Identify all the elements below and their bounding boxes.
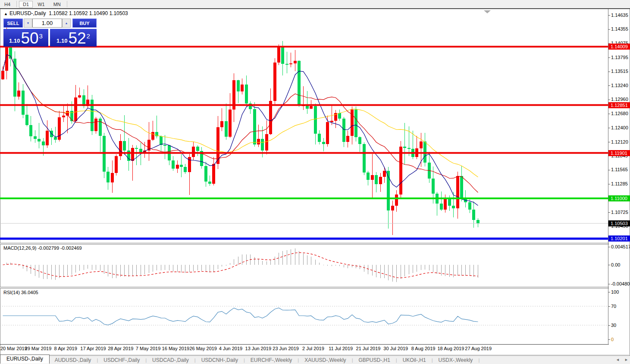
price-axis-badge: 1.12851 <box>608 102 630 108</box>
tab-scroll-right-icon[interactable]: ► <box>624 358 628 362</box>
symbol-marker-icon: ▲ <box>4 12 8 16</box>
date-axis-label: 7 May 2019 <box>136 346 160 351</box>
sell-price-big: 50 <box>21 31 38 45</box>
chart-title: EURUSD-,Daily <box>9 10 46 16</box>
buy-price-pipette: 2 <box>87 29 90 44</box>
symbol-tab-gbpusd[interactable]: GBPUSD-,H1 <box>353 356 395 364</box>
price-axis-label: 1.13240 <box>611 83 628 88</box>
sell-quote-button[interactable]: 1.10 50 3 <box>3 29 48 47</box>
chart-header: ▲EURUSD-,Daily 1.10582 1.10592 1.10490 1… <box>4 10 128 16</box>
rsi-axis-label: 100 <box>611 289 619 295</box>
date-axis-label: 29 Mar 2019 <box>25 346 52 351</box>
date-axis-label: 17 Apr 2019 <box>80 346 106 351</box>
price-axis-label: 1.12400 <box>611 125 628 130</box>
price-axis-label: 1.12960 <box>611 97 628 102</box>
symbol-tab-usdchf[interactable]: USDCHF-,Daily <box>98 356 145 364</box>
symbol-tab-eurusd[interactable]: EURUSD-,Daily <box>0 355 50 364</box>
price-axis-label: 1.10725 <box>611 210 628 215</box>
sell-button[interactable]: SELL <box>3 19 23 28</box>
date-axis-label: 11 Jul 2019 <box>329 346 353 351</box>
price-axis-label: 1.11565 <box>611 167 628 172</box>
chart-canvas[interactable] <box>0 0 630 364</box>
tab-separator: | <box>478 358 480 363</box>
date-axis-label: 13 Jun 2019 <box>245 346 272 351</box>
volume-input[interactable]: 1.00 <box>32 19 62 28</box>
price-axis-label: 1.14355 <box>611 26 628 31</box>
price-axis-badge: 1.10201 <box>608 235 630 242</box>
symbol-tab-usdx[interactable]: USDX-,Weekly <box>433 356 478 364</box>
sell-price-prefix: 1.10 <box>9 37 20 45</box>
date-axis-label: 8 Aug 2019 <box>411 346 436 351</box>
rsi-indicator-label: RSI(14) 36.0405 <box>3 290 38 295</box>
trading-terminal: H4D1W1MN ▲EURUSD-,Daily 1.10582 1.10592 … <box>0 0 630 364</box>
date-axis-label: 4 Jun 2019 <box>219 346 242 351</box>
symbol-tab-bar: EURUSD-,DailyAUDUSD-,Daily|USDCHF-,Daily… <box>0 355 630 364</box>
price-axis-badge: 1.10503 <box>608 220 630 226</box>
buy-price-prefix: 1.10 <box>56 37 67 45</box>
date-axis-label: 27 Aug 2019 <box>465 346 492 351</box>
chart-ohlc-values: 1.10582 1.10592 1.10490 1.10503 <box>49 10 128 16</box>
price-axis-label: 1.12680 <box>611 111 628 116</box>
symbol-tab-usdcad[interactable]: USDCAD-,Daily <box>147 356 194 364</box>
date-axis-label: 28 Apr 2019 <box>108 346 133 351</box>
date-axis-label: 23 Jun 2019 <box>273 346 299 351</box>
price-axis-badge: 1.11901 <box>608 150 630 156</box>
rsi-axis-label: 30 <box>611 323 616 328</box>
macd-axis-label: -0.004806 <box>611 281 630 286</box>
date-axis-label: 30 Jul 2019 <box>383 346 408 351</box>
symbol-tab-ukoil[interactable]: UKOil-,H1 <box>398 356 431 364</box>
volume-decrease-button[interactable]: ▼ <box>24 19 32 28</box>
tab-scroll-left-icon[interactable]: ◄ <box>616 358 620 362</box>
date-axis-label: 21 Jul 2019 <box>356 346 381 351</box>
symbol-tab-xauusd[interactable]: XAUUSD-,Weekly <box>299 356 351 364</box>
price-axis-label: 1.12120 <box>611 139 628 144</box>
symbol-tab-audusd[interactable]: AUDUSD-,Daily <box>50 356 97 364</box>
date-axis-label: 20 Mar 2019 <box>0 346 27 351</box>
macd-axis-label: 0.004517 <box>611 244 630 249</box>
macd-axis-label: 0.00 <box>611 262 620 267</box>
date-axis-label: 18 Aug 2019 <box>437 346 464 351</box>
price-axis-label: 1.13515 <box>611 69 628 74</box>
symbol-tab-eurchf[interactable]: EURCHF-,Weekly <box>245 356 297 364</box>
price-axis-label: 1.11285 <box>611 181 628 186</box>
volume-increase-button[interactable]: ▲ <box>62 19 71 28</box>
buy-button[interactable]: BUY <box>72 19 97 28</box>
date-axis-label: 2 Jul 2019 <box>302 346 324 351</box>
buy-quote-button[interactable]: 1.10 52 2 <box>50 29 97 47</box>
buy-price-big: 52 <box>68 31 86 45</box>
rsi-axis-label: 70 <box>611 304 616 309</box>
price-axis-badge: 1.11000 <box>608 195 630 201</box>
one-click-trading-panel: SELL ▼ 1.00 ▲ BUY 1.10 50 3 1.10 52 2 <box>3 19 97 47</box>
date-axis-label: 16 May 2019 <box>162 346 190 351</box>
symbol-tab-usdcnh[interactable]: USDCNH-,Daily <box>196 356 243 364</box>
macd-indicator-label: MACD(12,26,9) -0.002799 -0.002469 <box>3 245 82 251</box>
sell-price-pipette: 3 <box>39 29 43 44</box>
rsi-axis-label: 0 <box>611 337 614 342</box>
price-axis-label: 1.14635 <box>611 13 628 18</box>
date-axis-label: 8 Apr 2019 <box>54 346 77 351</box>
price-axis-label: 1.13795 <box>611 55 628 60</box>
price-axis-badge: 1.14009 <box>608 44 630 50</box>
date-axis-label: 26 May 2019 <box>189 346 217 351</box>
